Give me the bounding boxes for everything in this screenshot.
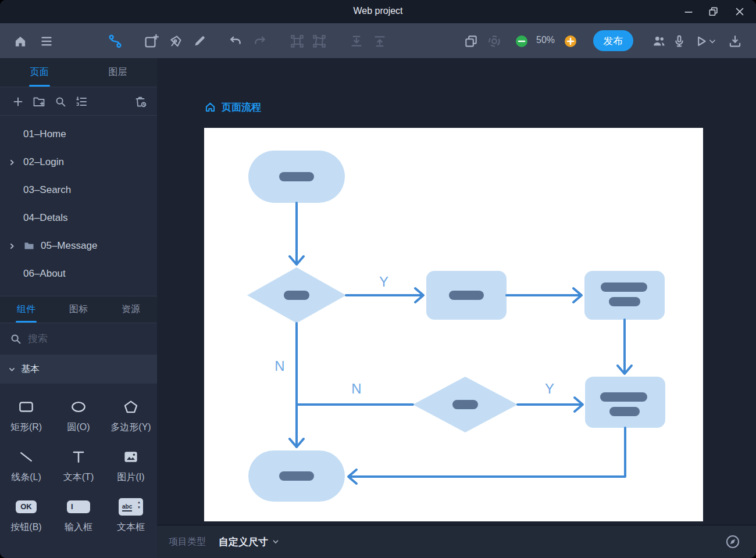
component-rectangle[interactable]: 矩形(R) xyxy=(0,391,52,441)
add-page-button[interactable] xyxy=(10,94,26,109)
titlebar: Web project xyxy=(0,0,756,23)
section-basic[interactable]: 基本 xyxy=(0,355,157,384)
chevron-right-icon[interactable] xyxy=(8,242,16,250)
trash-restore-icon xyxy=(134,95,148,109)
sort-pages-button[interactable] xyxy=(74,94,89,109)
tab-resources[interactable]: 资源 xyxy=(105,296,157,323)
component-search xyxy=(0,323,157,355)
page-toolbar xyxy=(0,87,157,116)
pencil-tool[interactable] xyxy=(191,33,208,49)
image-icon xyxy=(122,448,140,466)
polygon-icon xyxy=(122,398,140,416)
preview-dropdown-button[interactable] xyxy=(707,33,718,49)
new-frame-tool[interactable] xyxy=(143,33,159,49)
download-button[interactable] xyxy=(727,33,743,49)
search-input[interactable] xyxy=(27,332,131,345)
flow-connector-tool[interactable] xyxy=(107,33,123,49)
zoom-in-button[interactable] xyxy=(562,33,579,49)
zoom-in-icon xyxy=(564,34,577,48)
play-icon xyxy=(693,34,708,49)
preview-play-button[interactable] xyxy=(693,33,709,49)
component-polygon[interactable]: 多边形(Y) xyxy=(105,391,157,441)
zoom-out-button[interactable] xyxy=(513,33,530,49)
focus-target-icon xyxy=(487,34,502,49)
connector-icon xyxy=(107,33,123,49)
page-item-message[interactable]: 05–Message xyxy=(0,232,157,260)
placeholder-text-pill xyxy=(449,291,484,300)
branch-label-y1: Y xyxy=(379,274,388,289)
flow-process-node-2[interactable] xyxy=(584,271,665,320)
chevron-down-icon xyxy=(8,366,16,373)
search-pages-button[interactable] xyxy=(53,94,68,109)
project-type-label: 项目类型 xyxy=(169,536,206,548)
add-frame-icon xyxy=(143,33,159,49)
screens-button[interactable] xyxy=(463,33,479,49)
undo-button[interactable] xyxy=(227,33,244,49)
microphone-icon xyxy=(672,34,687,49)
send-to-bottom-button[interactable] xyxy=(348,33,365,49)
placeholder-text-pill xyxy=(609,407,640,416)
tab-icons[interactable]: 图标 xyxy=(52,296,105,323)
flow-process-node-3[interactable] xyxy=(585,377,665,428)
sort-list-icon xyxy=(74,95,88,109)
screens-icon xyxy=(463,34,479,49)
component-line[interactable]: 线条(L) xyxy=(0,441,52,491)
redo-icon xyxy=(252,34,268,49)
ungroup-button[interactable] xyxy=(311,33,327,49)
navigator-button[interactable] xyxy=(725,534,741,550)
input-icon: I xyxy=(67,498,90,516)
restore-button[interactable] xyxy=(705,5,722,19)
menu-button[interactable] xyxy=(38,33,55,49)
group-button[interactable] xyxy=(289,33,305,49)
chevron-right-icon[interactable] xyxy=(8,159,16,166)
canvas-size-select[interactable]: 自定义尺寸 xyxy=(219,535,279,549)
flow-title[interactable]: 页面流程 xyxy=(204,101,261,114)
component-text[interactable]: 文本(T) xyxy=(52,441,105,491)
page-item-about[interactable]: 06–About xyxy=(0,260,157,288)
publish-button[interactable]: 发布 xyxy=(593,30,633,51)
placeholder-text-pill xyxy=(279,471,314,481)
page-item-search[interactable]: 03–Search xyxy=(0,176,157,204)
add-folder-button[interactable] xyxy=(31,94,47,109)
home-icon xyxy=(204,101,216,113)
folder-plus-icon xyxy=(32,95,46,109)
compass-icon xyxy=(725,534,741,550)
component-button[interactable]: OK 按钮(B) xyxy=(0,491,52,541)
redo-button[interactable] xyxy=(252,33,268,49)
collaborators-button[interactable] xyxy=(651,33,667,49)
page-item-login[interactable]: 02–Login xyxy=(0,148,157,176)
minimize-button[interactable] xyxy=(680,5,697,19)
minimize-icon xyxy=(683,6,694,17)
page-item-home[interactable]: 01–Home xyxy=(0,120,157,148)
trash-restore-button[interactable] xyxy=(133,94,148,109)
focus-mode-button[interactable] xyxy=(486,33,502,49)
tab-pages[interactable]: 页面 xyxy=(0,58,79,87)
component-input[interactable]: I 输入框 xyxy=(52,491,105,541)
canvas[interactable]: 页面流程 xyxy=(157,58,756,525)
window-title: Web project xyxy=(0,6,756,16)
microphone-button[interactable] xyxy=(671,33,687,49)
pen-tool[interactable] xyxy=(167,33,184,49)
hamburger-icon xyxy=(39,34,54,49)
page-label: 04–Detals xyxy=(23,212,68,224)
zoom-level: 50% xyxy=(532,35,559,45)
component-circle[interactable]: 圆(O) xyxy=(52,391,105,441)
home-button[interactable] xyxy=(12,33,28,49)
artboard[interactable]: Y N N Y xyxy=(204,128,703,521)
section-label: 基本 xyxy=(21,363,40,375)
component-textarea[interactable]: abc ▲▼ 文本框 xyxy=(105,491,157,541)
app-window: Web project xyxy=(0,0,756,558)
placeholder-text-pill xyxy=(452,400,478,409)
text-icon xyxy=(70,448,87,466)
close-icon xyxy=(734,6,746,17)
component-image[interactable]: 图片(I) xyxy=(105,441,157,491)
send-to-top-button[interactable] xyxy=(372,33,388,49)
circle-icon xyxy=(70,398,87,416)
tab-components[interactable]: 组件 xyxy=(0,296,52,323)
tab-layers[interactable]: 图层 xyxy=(79,58,157,87)
close-button[interactable] xyxy=(732,5,748,19)
page-label: 02–Login xyxy=(23,156,64,168)
page-item-detals[interactable]: 04–Detals xyxy=(0,204,157,232)
search-icon xyxy=(54,95,67,108)
people-icon xyxy=(651,34,666,49)
